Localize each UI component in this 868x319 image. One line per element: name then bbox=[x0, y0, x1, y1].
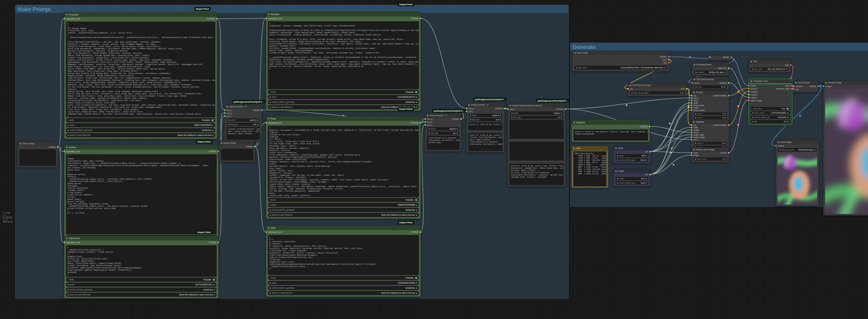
output-slot[interactable] bbox=[564, 108, 566, 110]
negative-string-node[interactable]: NegativeSTRINGscore_4, score_5, low qual… bbox=[571, 120, 650, 142]
input-slot[interactable] bbox=[691, 107, 692, 109]
output-slot[interactable] bbox=[668, 59, 670, 61]
input-slot[interactable] bbox=[793, 88, 795, 90]
output-slot[interactable] bbox=[420, 122, 421, 123]
collapse-dot[interactable] bbox=[221, 142, 222, 144]
output-slot[interactable] bbox=[57, 146, 59, 148]
widget-right-arrow[interactable]: ▶ bbox=[213, 134, 214, 136]
widget-right-arrow[interactable]: ▶ bbox=[416, 214, 417, 216]
widget-action[interactable]: ◀actionappend▶ bbox=[226, 118, 260, 122]
output-slot[interactable] bbox=[790, 64, 792, 66]
widget-left-arrow[interactable]: ◀ bbox=[695, 113, 696, 115]
widget-select-to-add-wildcard[interactable]: ◀Select to add WildcardSelect the Wildca… bbox=[66, 292, 217, 297]
input-slot[interactable] bbox=[748, 91, 750, 93]
collapse-dot[interactable] bbox=[268, 227, 270, 229]
node-title[interactable]: CLIP Set Last Layer bbox=[628, 83, 687, 87]
widget-crop-w[interactable]: ◀crop_w0▶ bbox=[693, 141, 727, 145]
collapse-dot[interactable] bbox=[226, 106, 228, 107]
output-slot[interactable] bbox=[668, 62, 670, 64]
output-slot[interactable] bbox=[728, 82, 730, 84]
output-slot[interactable] bbox=[254, 146, 256, 147]
output-slot[interactable] bbox=[649, 174, 651, 175]
widget-right-arrow[interactable]: ▶ bbox=[664, 67, 666, 69]
widget-left-arrow[interactable]: ◀ bbox=[617, 182, 618, 184]
text-area[interactable]: score_9, score_8_up, score_7_up, (Tracer… bbox=[509, 164, 564, 185]
widget-value[interactable]: ◀value1152▶ bbox=[615, 177, 649, 180]
widget-left-arrow[interactable]: ◀ bbox=[695, 71, 696, 73]
widget-right-arrow[interactable]: ▶ bbox=[416, 101, 417, 103]
collapse-dot[interactable] bbox=[694, 79, 695, 80]
widget-right-arrow[interactable]: ▶ bbox=[561, 116, 562, 118]
ksampler-select-node[interactable]: KSamplerSelectSAMPLER◀sampler_dpmpp_sde_… bbox=[692, 62, 729, 76]
collapse-dot[interactable] bbox=[66, 14, 67, 15]
text-area[interactable]: SDXL Resolutions: - 1536 x 640 (12:5) (b… bbox=[574, 151, 607, 186]
string-function-3[interactable]: String Functiontext_bSTRINGtext_c◀action… bbox=[466, 103, 504, 152]
input-slot[interactable] bbox=[224, 112, 225, 114]
input-slot[interactable] bbox=[507, 108, 509, 110]
widget-left-arrow[interactable]: ◀ bbox=[617, 178, 618, 179]
node-title[interactable]: Width bbox=[614, 146, 650, 150]
widget-seed[interactable]: ◀seed827714306370812▶ bbox=[66, 282, 217, 287]
node-title[interactable]: String Function bbox=[425, 113, 461, 117]
collapse-dot[interactable] bbox=[693, 121, 695, 123]
widget-left-arrow[interactable]: ◀ bbox=[67, 289, 69, 291]
widget-right-arrow[interactable]: ▶ bbox=[646, 178, 647, 179]
string-function-2[interactable]: String Functiontext_aSTRINGtext_btext_c◀… bbox=[425, 113, 461, 151]
widget-right-arrow[interactable]: ▶ bbox=[724, 71, 725, 73]
expression-node[interactable]: Expressionpopulated_textSTRING{ __ponydi… bbox=[64, 236, 219, 298]
output-slot[interactable] bbox=[503, 108, 505, 109]
input-slot[interactable] bbox=[224, 115, 225, 117]
prompt-node[interactable]: PromptclipCONDITIONINGtext_gtext_lwidtht… bbox=[691, 90, 729, 121]
input-slot[interactable] bbox=[466, 108, 467, 109]
toggle-dot[interactable] bbox=[415, 91, 417, 93]
widget-left-arrow[interactable]: ◀ bbox=[617, 159, 618, 161]
widget-left-arrow[interactable]: ◀ bbox=[752, 116, 753, 118]
collapse-dot[interactable] bbox=[693, 149, 695, 150]
widget-left-arrow[interactable]: ◀ bbox=[470, 114, 471, 116]
width-node[interactable]: WidthINT◀value896▶◀control_before_genfix… bbox=[613, 146, 650, 164]
input-slot[interactable] bbox=[709, 56, 711, 58]
input-slot[interactable] bbox=[748, 94, 750, 95]
collapse-dot[interactable] bbox=[574, 148, 575, 149]
widget-control-before-generate[interactable]: ◀control_before_generaterandomize▶ bbox=[66, 287, 217, 292]
widget-sampler-[interactable]: ◀sampler_dpmpp_sde_gpu▶ bbox=[694, 70, 727, 74]
text-area[interactable]: score_4, score_5, low quality, blurry, f… bbox=[574, 130, 648, 141]
text-area[interactable]: { (public), bystanders, surrounded by a … bbox=[268, 126, 419, 197]
collapse-dot[interactable] bbox=[693, 92, 695, 93]
widget-right-arrow[interactable]: ▶ bbox=[682, 92, 684, 94]
node-title[interactable]: String Function bbox=[225, 105, 262, 109]
style-node[interactable]: Stylepopulated_textSTRING{ 6::| 6::detai… bbox=[266, 225, 421, 297]
input-slot[interactable] bbox=[775, 145, 777, 146]
widget-left-arrow[interactable]: ◀ bbox=[752, 112, 753, 114]
widget-left-arrow[interactable]: ◀ bbox=[67, 294, 69, 295]
character-node[interactable]: Characterpopulated_textSTRING{ { a{| you… bbox=[64, 12, 217, 139]
text-area[interactable]: (restrained in a machine, stationary res… bbox=[427, 136, 460, 150]
node-title[interactable]: Save Image bbox=[776, 140, 819, 144]
situation-node[interactable]: Situationpopulated_textSTRING{ suspensio… bbox=[266, 12, 421, 111]
widget-right-arrow[interactable]: ▶ bbox=[724, 158, 726, 160]
node-title[interactable]: Negative bbox=[691, 120, 729, 124]
toggle-dot[interactable] bbox=[213, 279, 215, 281]
input-slot[interactable] bbox=[627, 88, 629, 90]
output-slot[interactable] bbox=[791, 85, 793, 86]
widget-right-arrow[interactable]: ▶ bbox=[646, 182, 647, 184]
widget-left-arrow[interactable]: ◀ bbox=[695, 86, 696, 88]
widget-right-arrow[interactable]: ▶ bbox=[724, 86, 725, 88]
widget-crop-h[interactable]: ◀crop_h0▶ bbox=[693, 116, 727, 119]
widget-right-arrow[interactable]: ▶ bbox=[416, 96, 417, 98]
text-area[interactable]: { 6::| 6::detailed, beautiful| 6::hentai… bbox=[268, 235, 419, 275]
widget-right-arrow[interactable]: ▶ bbox=[724, 142, 726, 144]
widget-seed[interactable]: ◀seed656897970596898▶ bbox=[268, 203, 419, 207]
empty-string-2[interactable]: Empty StringSTRING bbox=[219, 141, 255, 162]
preview-image-node[interactable]: Preview Imageimages bbox=[823, 80, 868, 215]
collapse-dot[interactable] bbox=[750, 61, 752, 62]
collapse-dot[interactable] bbox=[66, 146, 67, 148]
input-slot[interactable] bbox=[425, 118, 426, 120]
widget-right-arrow[interactable]: ▶ bbox=[500, 114, 501, 116]
widget-control-before-generate[interactable]: ◀control_before_generaterandomize▶ bbox=[268, 208, 419, 212]
input-slot[interactable] bbox=[266, 18, 267, 19]
widget-left-arrow[interactable]: ◀ bbox=[617, 155, 618, 156]
output-slot[interactable] bbox=[216, 18, 218, 20]
widget-tidy-tags[interactable]: ◀tidy_tagsno▶ bbox=[509, 115, 564, 119]
input-slot[interactable] bbox=[748, 97, 750, 98]
